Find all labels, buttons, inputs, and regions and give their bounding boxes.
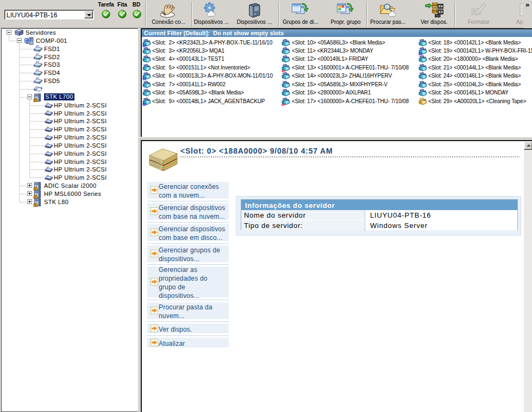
svg-text:M: M xyxy=(418,52,422,56)
svg-text:w: w xyxy=(281,68,285,73)
svg-text:M: M xyxy=(142,102,146,106)
svg-text:w: w xyxy=(281,102,285,106)
svg-text:M: M xyxy=(142,43,146,48)
svg-text:M: M xyxy=(142,77,146,81)
